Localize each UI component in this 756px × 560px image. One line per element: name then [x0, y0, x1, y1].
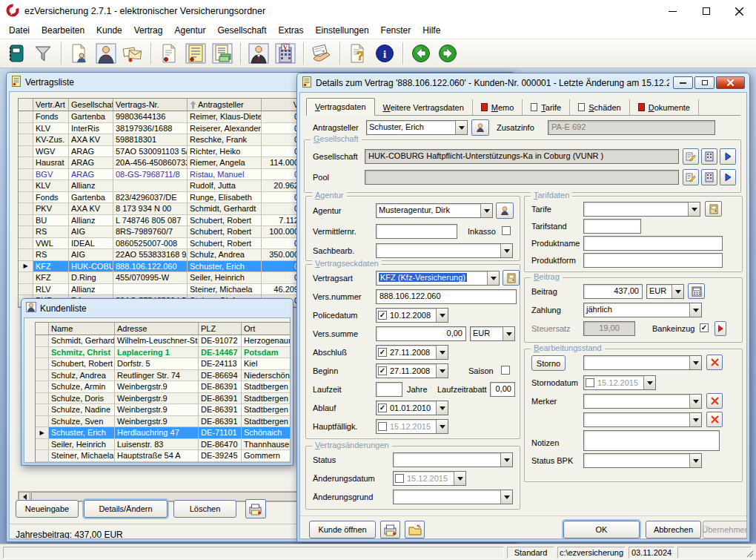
merker2-combo[interactable] [583, 412, 702, 427]
chevron-down-icon[interactable] [436, 401, 448, 415]
aenderungsdatum-field[interactable]: 15.12.2015 [393, 471, 466, 486]
column-header-adresse[interactable]: Adresse [115, 323, 199, 335]
status-bpk-combo[interactable] [583, 453, 702, 468]
aenderungsgrund-combo[interactable] [393, 490, 513, 504]
column-header-name[interactable]: Name [49, 323, 115, 335]
laufzeitrabatt-field[interactable]: 0,00 [490, 382, 515, 397]
beitrag-currency-combo[interactable]: EUR [646, 284, 684, 299]
dialog-folder-button[interactable] [405, 521, 425, 538]
company-icon[interactable]: V [273, 41, 298, 66]
versnummer-field[interactable]: 888.106.122.060 [376, 289, 517, 304]
checkbox[interactable]: ✓ [378, 366, 387, 375]
forward-icon[interactable] [435, 41, 460, 66]
minimize-button[interactable] [656, 0, 689, 22]
pool-company-button[interactable] [701, 169, 717, 185]
agent-icon[interactable] [246, 41, 271, 66]
print-mail-button[interactable] [245, 499, 266, 518]
table-row[interactable]: RSAIG22AO 553833168 9/Schulz, Andrea350.… [19, 249, 302, 261]
chevron-down-icon[interactable] [503, 327, 514, 340]
menu-item-extras[interactable]: Extras [273, 24, 310, 37]
menu-item-agentur[interactable]: Agentur [168, 24, 211, 37]
table-row[interactable]: PKVAXA KV8 173 934 N 00Schmidt, Gerhardt… [19, 203, 302, 215]
gesellschaft-open-button[interactable] [720, 148, 736, 165]
chevron-down-icon[interactable] [689, 395, 701, 408]
table-row[interactable]: WGVARAG57AO 530091103 5/Richter, Heiko0 [19, 146, 302, 158]
checkbox[interactable] [395, 474, 404, 483]
tab-weitere-vertragsdaten[interactable]: Weitere Vertragsdaten [375, 99, 473, 115]
dialog-close-button[interactable] [716, 76, 745, 89]
policedatum-field[interactable]: ✓10.12.2008 [376, 308, 448, 323]
chevron-down-icon[interactable] [436, 364, 448, 378]
journal-icon[interactable] [4, 41, 29, 66]
tarife-catalog-button[interactable] [705, 201, 722, 217]
storno-clear-button[interactable] [706, 355, 723, 370]
beitrag-field[interactable]: 437,00 [583, 284, 643, 299]
neueingabe-button[interactable]: Neueingabe [16, 500, 79, 518]
chevron-down-icon[interactable] [672, 285, 683, 298]
ablauf-field[interactable]: ✓01.01.2010 [376, 401, 448, 415]
table-row[interactable]: FondsGartenba99803644136Reimer, Klaus-Di… [19, 111, 302, 123]
vermittlernr-field[interactable] [376, 224, 457, 239]
vertragsart-catalog-button[interactable] [503, 270, 520, 286]
chevron-down-icon[interactable] [436, 346, 448, 359]
inkasso-checkbox[interactable] [502, 226, 511, 235]
filter-icon[interactable] [30, 41, 56, 66]
chevron-down-icon[interactable] [500, 453, 512, 467]
chevron-down-icon[interactable] [436, 420, 448, 433]
column-header-v[interactable]: V [262, 99, 302, 111]
table-row[interactable]: KV-Zus.AXA KV598818301Reschke, Frank0 [19, 134, 302, 146]
menu-item-bearbeiten[interactable]: Bearbeiten [36, 24, 90, 37]
tab-tarife[interactable]: Tarife [523, 99, 570, 115]
stornodatum-field[interactable]: 15.12.2015 [583, 375, 656, 390]
tab-vertragsdaten[interactable]: Vertragsdaten [306, 98, 375, 116]
chevron-down-icon[interactable] [643, 376, 655, 389]
pool-open-button[interactable] [720, 169, 736, 185]
maximize-button[interactable] [689, 0, 723, 22]
zahlung-combo[interactable]: jährlich [583, 303, 702, 317]
table-row[interactable]: RSAIG8RS-7989760/7Schubert, Robert100.00… [19, 226, 302, 238]
abbrechen-button[interactable]: Abbrechen [646, 521, 701, 538]
table-row[interactable]: HausratARAG20A-456-450860732Riemer, Ange… [19, 157, 302, 169]
new-contract-icon[interactable] [156, 41, 182, 66]
bankeinzug-detail-button[interactable] [714, 321, 726, 336]
resize-grip[interactable] [746, 550, 755, 559]
menu-item-vertrag[interactable]: Vertrag [128, 24, 169, 37]
menu-item-fenster[interactable]: Fenster [375, 24, 417, 37]
dialog-restore-button[interactable] [694, 76, 714, 89]
tarifstand-field[interactable] [583, 219, 641, 234]
kunde-oeffnen-button[interactable]: Kunde öffnen [309, 521, 376, 538]
loeschen-button[interactable]: Löschen [173, 500, 236, 518]
menu-item-datei[interactable]: Datei [3, 24, 36, 37]
merker2-clear-button[interactable] [706, 412, 723, 427]
menu-item-hilfe[interactable]: Hilfe [417, 24, 446, 37]
gesellschaft-edit-button[interactable] [683, 148, 699, 165]
table-row[interactable]: Schulze, ArminWeinbergstr.9DE-86391Stadt… [36, 381, 291, 393]
column-header-antragsteller[interactable]: Antragsteller [188, 99, 262, 111]
customer-icon[interactable] [93, 41, 119, 66]
table-row[interactable]: Schulze, SvenWeinbergstr.9DE-86391Stadtb… [36, 416, 291, 428]
table-row[interactable]: Schmitz, ChristLaplacering 1DE-14467Pots… [36, 347, 291, 359]
dialog-print-button[interactable] [380, 521, 400, 538]
checkbox[interactable] [586, 378, 594, 387]
info-icon[interactable]: i [372, 41, 397, 66]
table-row[interactable]: Schulze, NadineWeinbergstr.9DE-86391Stad… [36, 404, 291, 416]
sachbearb-combo[interactable] [376, 243, 513, 258]
column-header-vertrags-nr[interactable]: Vertrags-Nr. [113, 99, 188, 111]
gesellschaft-company-button[interactable] [701, 148, 717, 165]
chevron-down-icon[interactable] [487, 271, 499, 285]
produktform-field[interactable] [583, 253, 723, 268]
column-header-gesellschaf[interactable]: Gesellschaf [69, 99, 113, 111]
pool-edit-button[interactable] [683, 169, 699, 185]
payment-icon[interactable] [309, 41, 334, 66]
chevron-down-icon[interactable] [689, 303, 701, 317]
open-customer-button[interactable] [471, 119, 489, 136]
chevron-down-icon[interactable] [689, 454, 701, 467]
produktname-field[interactable] [583, 236, 723, 251]
chevron-down-icon[interactable] [500, 490, 512, 504]
chevron-down-icon[interactable] [500, 244, 512, 257]
storno-combo[interactable] [583, 355, 702, 370]
tarife-combo[interactable] [583, 202, 700, 217]
hauptfaelligkeit-field[interactable]: 15.12.2015 [376, 419, 448, 434]
merker-combo[interactable] [583, 394, 702, 409]
chevron-down-icon[interactable] [455, 121, 467, 134]
